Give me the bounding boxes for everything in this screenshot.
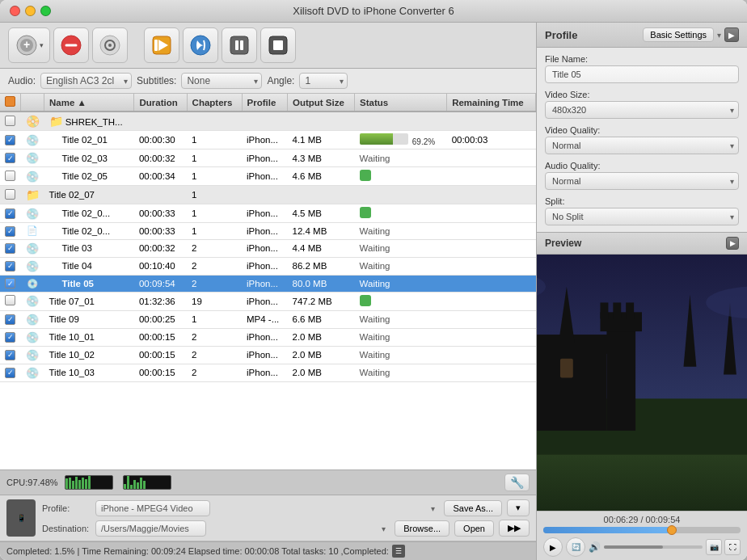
- row-checkbox[interactable]: [5, 243, 15, 254]
- disc-icon: 💿: [26, 134, 39, 146]
- volume-slider[interactable]: [604, 545, 703, 549]
- row-chapters: 1: [187, 310, 242, 328]
- table-row[interactable]: 📄 Title 02_0... 00:00:33 1 iPhon... 12.4…: [0, 223, 536, 240]
- open-button[interactable]: Open: [454, 520, 494, 537]
- convert-button[interactable]: [144, 27, 179, 63]
- row-checkbox[interactable]: [5, 332, 15, 343]
- row-duration: 00:00:33: [134, 223, 187, 240]
- row-checkbox[interactable]: [5, 295, 15, 305]
- table-row[interactable]: 📀 📁 SHREK_TH...: [0, 112, 536, 131]
- row-checkbox[interactable]: [5, 226, 15, 237]
- settings-button[interactable]: [92, 27, 128, 63]
- video-size-label: Video Size:: [545, 90, 739, 99]
- row-duration: 00:00:32: [134, 239, 187, 257]
- destination-select[interactable]: /Users/Maggie/Movies: [95, 520, 206, 537]
- settings-wrench-button[interactable]: 🔧: [504, 474, 530, 491]
- stop-button[interactable]: [260, 27, 296, 63]
- fullscreen-button[interactable]: ⛶: [724, 539, 741, 555]
- play-button[interactable]: [183, 27, 218, 63]
- col-status[interactable]: Status: [355, 94, 447, 112]
- angle-select-wrapper: 1: [299, 73, 348, 89]
- svg-rect-10: [154, 40, 158, 51]
- row-checkbox[interactable]: [5, 314, 15, 325]
- row-checkbox[interactable]: [5, 189, 15, 200]
- table-row[interactable]: 💿 Title 02_0... 00:00:33 1 iPhon... 4.5 …: [0, 204, 536, 223]
- disc-icon: 📀: [26, 115, 40, 128]
- video-size-group: Video Size: 480x320: [545, 90, 739, 119]
- video-size-select[interactable]: 480x320: [545, 101, 739, 119]
- row-checkbox[interactable]: [5, 153, 15, 163]
- subtitles-select[interactable]: None: [181, 73, 262, 89]
- row-checkbox[interactable]: [5, 278, 15, 288]
- cpu-bar-item: [69, 478, 71, 489]
- time-slider[interactable]: [543, 527, 741, 533]
- save-as-button[interactable]: Save As...: [444, 500, 502, 516]
- play-pause-button[interactable]: ▶: [543, 537, 563, 557]
- row-remaining: [447, 167, 536, 186]
- row-checkbox[interactable]: [5, 350, 15, 360]
- table-row[interactable]: 💿 Title 07_01 01:32:36 19 iPhon... 747.2…: [0, 292, 536, 310]
- row-checkbox[interactable]: [5, 368, 15, 378]
- col-chapters[interactable]: Chapters: [187, 94, 242, 112]
- col-output-size[interactable]: Output Size: [287, 94, 354, 112]
- row-icon-cell: 📀: [21, 112, 44, 131]
- row-checkbox[interactable]: [5, 135, 15, 145]
- basic-settings-button[interactable]: Basic Settings: [643, 27, 714, 42]
- disc-icon: 💿: [26, 331, 39, 343]
- minimize-button[interactable]: [25, 6, 36, 16]
- table-row[interactable]: 💿 Title 02_03 00:00:32 1 iPhon... 4.3 MB…: [0, 149, 536, 167]
- snapshot-button[interactable]: 📷: [706, 539, 722, 555]
- row-checkbox[interactable]: [5, 116, 15, 126]
- table-row[interactable]: 💿 Title 04 00:10:40 2 iPhon... 86.2 MB W…: [0, 257, 536, 275]
- remove-button[interactable]: [53, 27, 89, 63]
- table-row[interactable]: 💿 Title 03 00:00:32 2 iPhon... 4.4 MB Wa…: [0, 239, 536, 257]
- row-checkbox[interactable]: [5, 261, 15, 272]
- audio-quality-select[interactable]: Normal: [545, 172, 739, 190]
- table-row[interactable]: 📁 Title 02_07 1: [0, 186, 536, 204]
- table-row[interactable]: 💿 Title 02_05 00:00:34 1 iPhon... 4.6 MB: [0, 167, 536, 186]
- row-duration: 00:00:25: [134, 310, 187, 328]
- col-profile[interactable]: Profile: [242, 94, 287, 112]
- header-checkbox[interactable]: [5, 96, 15, 107]
- col-remaining[interactable]: Remaining Time: [447, 94, 536, 112]
- row-profile: [242, 186, 287, 204]
- save-as-dropdown[interactable]: ▾: [507, 499, 530, 516]
- table-row[interactable]: 💿 Title 05 00:09:54 2 iPhon... 80.0 MB W…: [0, 275, 536, 292]
- col-name[interactable]: Name ▲: [44, 94, 134, 112]
- file-name-input[interactable]: [545, 65, 739, 83]
- row-name: Title 02_01: [44, 131, 134, 149]
- expand-panel-button[interactable]: ▶: [724, 27, 739, 42]
- audio-select[interactable]: English AC3 2cl: [40, 73, 132, 89]
- add-button[interactable]: + ▾: [8, 27, 50, 63]
- close-button[interactable]: [10, 6, 20, 16]
- pause-button[interactable]: [222, 27, 257, 63]
- loop-button[interactable]: 🔄: [566, 537, 585, 557]
- row-remaining: [447, 257, 536, 275]
- output-options-button[interactable]: ▶▶: [499, 520, 530, 537]
- row-checkbox[interactable]: [5, 171, 15, 181]
- row-duration: 00:00:15: [134, 328, 187, 346]
- row-profile: iPhon...: [242, 167, 287, 186]
- profile-select[interactable]: iPhone - MPEG4 Video: [95, 500, 210, 516]
- split-select[interactable]: No Split: [545, 208, 739, 225]
- row-size: 2.0 MB: [287, 328, 354, 346]
- table-row[interactable]: 💿 Title 09 00:00:25 1 MP4 -... 6.6 MB Wa…: [0, 310, 536, 328]
- status-bar: Completed: 1.5% | Time Remaining: 00:09:…: [0, 541, 536, 560]
- row-checkbox[interactable]: [5, 208, 15, 219]
- app-window: Xilisoft DVD to iPhone Converter 6 + ▾: [0, 0, 747, 560]
- table-row[interactable]: 💿 Title 10_02 00:00:15 2 iPhon... 2.0 MB…: [0, 346, 536, 364]
- col-duration[interactable]: Duration: [134, 94, 187, 112]
- row-chapters: 2: [187, 346, 242, 364]
- table-row[interactable]: 💿 Title 02_01 00:00:30 1 iPhon... 4.1 MB: [0, 131, 536, 149]
- maximize-button[interactable]: [40, 6, 51, 16]
- video-quality-select[interactable]: Normal: [545, 137, 739, 154]
- row-remaining: [447, 275, 536, 292]
- table-row[interactable]: 💿 Title 10_03 00:00:15 2 iPhon... 2.0 MB…: [0, 364, 536, 381]
- status-icon[interactable]: ☰: [392, 545, 405, 558]
- angle-select[interactable]: 1: [299, 73, 348, 89]
- browse-button[interactable]: Browse...: [395, 520, 449, 537]
- preview-expand-button[interactable]: ▶: [726, 237, 739, 250]
- table-row[interactable]: 💿 Title 10_01 00:00:15 2 iPhon... 2.0 MB…: [0, 328, 536, 346]
- row-size: 4.1 MB: [287, 131, 354, 149]
- window-controls: [10, 6, 51, 16]
